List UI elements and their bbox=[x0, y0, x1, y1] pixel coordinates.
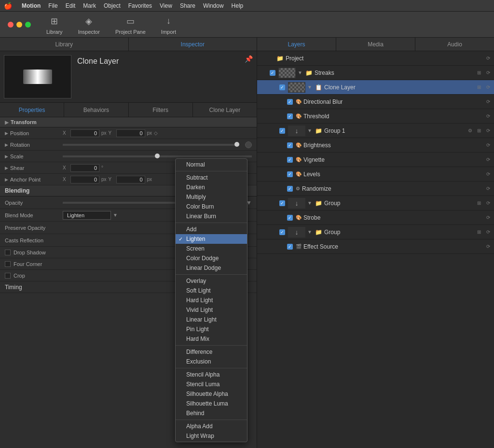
menu-edit[interactable]: Edit bbox=[66, 2, 76, 9]
dropdown-item-soft-light[interactable]: Soft Light bbox=[176, 286, 247, 295]
menu-mark[interactable]: Mark bbox=[83, 2, 96, 9]
dropdown-item-multiply[interactable]: Multiply bbox=[176, 192, 247, 202]
group3-check[interactable]: ✓ bbox=[278, 228, 286, 236]
dropdown-item-linear-dodge[interactable]: Linear Dodge bbox=[176, 263, 247, 273]
import-toolbar-item[interactable]: ↓ Import bbox=[161, 14, 176, 35]
dropdown-item-overlay[interactable]: Overlay bbox=[176, 276, 247, 286]
streaks-expand[interactable]: ▼ bbox=[298, 70, 303, 75]
dropdown-item-vivid-light[interactable]: Vivid Light bbox=[176, 305, 247, 315]
vignette-action[interactable]: ⟳ bbox=[484, 156, 492, 164]
inspector-toolbar-item[interactable]: ◈ Inspector bbox=[78, 14, 100, 35]
dropdown-item-subtract[interactable]: Subtract bbox=[176, 173, 247, 182]
dropdown-item-lighten[interactable]: ✓ Lighten bbox=[176, 234, 247, 244]
layer-row-strobe[interactable]: ✓ 🎨 Strobe ⟳ bbox=[257, 210, 494, 225]
drop-shadow-checkbox[interactable] bbox=[5, 250, 11, 255]
dropdown-item-behind[interactable]: Behind bbox=[176, 408, 247, 418]
levels-check[interactable]: ✓ bbox=[286, 170, 294, 178]
group3-action-1[interactable]: ⊞ bbox=[475, 228, 483, 236]
tab-clone-layer[interactable]: Clone Layer bbox=[193, 103, 257, 117]
streaks-action-2[interactable]: ⟳ bbox=[484, 69, 492, 77]
group1-check[interactable]: ✓ bbox=[278, 127, 286, 135]
menu-window[interactable]: Window bbox=[203, 2, 224, 9]
minimize-button[interactable] bbox=[16, 22, 22, 28]
dropdown-item-exclusion[interactable]: Exclusion bbox=[176, 357, 247, 366]
strobe-check[interactable]: ✓ bbox=[286, 214, 294, 222]
layer-row-clone[interactable]: ✓ ▼ 📋 Clone Layer ⊞ ⟳ bbox=[257, 80, 494, 95]
project-check[interactable] bbox=[259, 55, 267, 62]
project-action-1[interactable]: ⟳ bbox=[484, 55, 492, 62]
dropdown-item-add[interactable]: Add bbox=[176, 224, 247, 234]
layer-row-group1[interactable]: ✓ ↓ ▼ 📁 Group 1 ⚙ ⊞ ⟳ bbox=[257, 124, 494, 138]
group3-action-2[interactable]: ⟳ bbox=[484, 228, 492, 236]
shear-x-input[interactable] bbox=[70, 164, 99, 172]
anchor-y-input[interactable] bbox=[116, 176, 145, 183]
blend-mode-select[interactable]: Lighten ▼ bbox=[63, 211, 118, 220]
tab-layers[interactable]: Layers bbox=[257, 38, 336, 51]
tab-media[interactable]: Media bbox=[336, 38, 415, 51]
effect-source-action[interactable]: ⟳ bbox=[484, 243, 492, 251]
layer-row-group2[interactable]: ✓ ↓ ▼ 📁 Group ⊞ ⟳ bbox=[257, 196, 494, 210]
streaks-check[interactable]: ✓ bbox=[269, 69, 276, 77]
layer-row-streaks[interactable]: ✓ ▼ 📁 Streaks ⊞ ⟳ bbox=[257, 66, 494, 80]
dropdown-item-color-dodge[interactable]: Color Dodge bbox=[176, 253, 247, 263]
clone-action-1[interactable]: ⊞ bbox=[475, 84, 483, 91]
dropdown-item-linear-burn[interactable]: Linear Burn bbox=[176, 211, 247, 221]
brightness-action[interactable]: ⟳ bbox=[484, 141, 492, 149]
layer-row-vignette[interactable]: ✓ 🎨 Vignette ⟳ bbox=[257, 153, 494, 167]
layer-row-group3[interactable]: ✓ ↓ ▼ 📁 Group ⊞ ⟳ bbox=[257, 225, 494, 239]
vignette-check[interactable]: ✓ bbox=[286, 156, 294, 164]
menu-help[interactable]: Help bbox=[232, 2, 244, 9]
layer-row-effect-source[interactable]: ✓ 🎬 Effect Source ⟳ bbox=[257, 239, 494, 254]
dropdown-item-stencil-luma[interactable]: Stencil Luma bbox=[176, 379, 247, 389]
layer-row-dir-blur[interactable]: ✓ 🎨 Directional Blur ⟳ bbox=[257, 95, 494, 109]
dropdown-item-hard-mix[interactable]: Hard Mix bbox=[176, 334, 247, 344]
dropdown-item-darken[interactable]: Darken bbox=[176, 182, 247, 192]
scale-knob[interactable] bbox=[155, 154, 160, 158]
menu-file[interactable]: File bbox=[48, 2, 57, 9]
menu-view[interactable]: View bbox=[160, 2, 172, 9]
effect-source-check[interactable]: ✓ bbox=[286, 243, 294, 251]
apple-menu[interactable]: 🍎 bbox=[4, 2, 12, 10]
fullscreen-button[interactable] bbox=[25, 22, 31, 28]
clone-check[interactable]: ✓ bbox=[278, 84, 286, 91]
group2-action-2[interactable]: ⟳ bbox=[484, 199, 492, 207]
levels-action[interactable]: ⟳ bbox=[484, 170, 492, 178]
dropdown-item-hard-light[interactable]: Hard Light bbox=[176, 295, 247, 305]
group2-action-1[interactable]: ⊞ bbox=[475, 199, 483, 207]
dropdown-item-normal[interactable]: Normal bbox=[176, 160, 247, 169]
rotation-dial[interactable] bbox=[245, 141, 252, 148]
tab-behaviors[interactable]: Behaviors bbox=[64, 103, 128, 117]
dropdown-item-light-wrap[interactable]: Light Wrap bbox=[176, 431, 247, 441]
group2-check[interactable]: ✓ bbox=[278, 199, 286, 207]
threshold-check[interactable]: ✓ bbox=[286, 112, 294, 120]
tab-inspector[interactable]: Inspector bbox=[129, 38, 257, 51]
project-pane-toolbar-item[interactable]: ▭ Project Pane bbox=[115, 14, 146, 35]
layer-row-randomize[interactable]: ✓ ⚙ Randomize ⟳ bbox=[257, 182, 494, 196]
dropdown-item-screen[interactable]: Screen bbox=[176, 244, 247, 253]
four-corner-checkbox[interactable] bbox=[5, 261, 11, 267]
group1-action-1[interactable]: ⊞ bbox=[475, 127, 483, 135]
library-toolbar-item[interactable]: ⊞ Library bbox=[46, 14, 63, 35]
layer-row-levels[interactable]: ✓ 🎨 Levels ⟳ bbox=[257, 167, 494, 182]
menu-object[interactable]: Object bbox=[104, 2, 121, 9]
tab-audio[interactable]: Audio bbox=[415, 38, 494, 51]
layer-row-threshold[interactable]: ✓ 🎨 Threshold ⟳ bbox=[257, 109, 494, 124]
crop-checkbox[interactable] bbox=[5, 273, 11, 279]
randomize-action[interactable]: ⟳ bbox=[484, 185, 492, 193]
group2-expand[interactable]: ▼ bbox=[307, 200, 313, 206]
dropdown-item-silhouette-alpha[interactable]: Silhouette Alpha bbox=[176, 389, 247, 399]
dropdown-item-difference[interactable]: Difference bbox=[176, 347, 247, 357]
close-button[interactable] bbox=[8, 22, 14, 28]
group1-action-2[interactable]: ⟳ bbox=[484, 127, 492, 135]
group3-expand[interactable]: ▼ bbox=[307, 229, 313, 235]
dropdown-item-alpha-add[interactable]: Alpha Add bbox=[176, 421, 247, 431]
group1-expand[interactable]: ▼ bbox=[307, 128, 313, 133]
clone-expand[interactable]: ▼ bbox=[307, 84, 313, 90]
dropdown-item-stencil-alpha[interactable]: Stencil Alpha bbox=[176, 370, 247, 379]
tab-library[interactable]: Library bbox=[0, 38, 129, 51]
dir-blur-check[interactable]: ✓ bbox=[286, 98, 294, 106]
dir-blur-action[interactable]: ⟳ bbox=[484, 98, 492, 106]
brightness-check[interactable]: ✓ bbox=[286, 141, 294, 149]
pin-icon[interactable]: 📌 bbox=[245, 55, 253, 63]
position-x-input[interactable] bbox=[70, 129, 99, 137]
